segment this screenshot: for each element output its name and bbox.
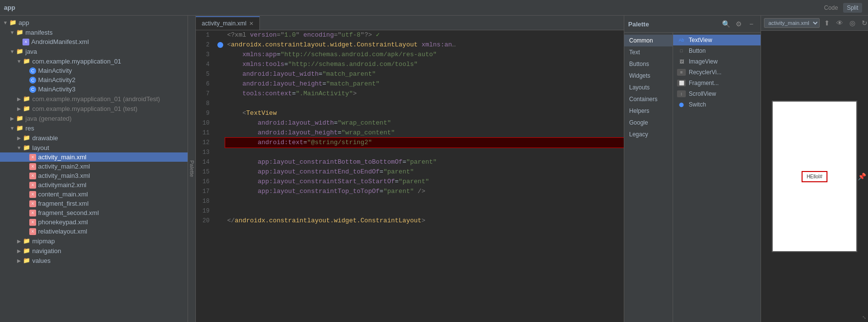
- line-gutter: [215, 60, 225, 69]
- palette-item-textview[interactable]: AbTextView: [673, 35, 761, 45]
- tree-label: MainActivity2: [38, 76, 76, 84]
- code-editor[interactable]: 1<?xml version="1.0" encoding="utf-8"?>✓…: [196, 30, 624, 322]
- tree-arrow: ▶: [16, 96, 22, 102]
- line-content[interactable]: app:layout_constraintEnd_toEndOf="parent…: [225, 167, 624, 177]
- tree-item-mipmap[interactable]: ▶📁mipmap: [0, 236, 188, 246]
- line-number: 10: [196, 118, 215, 128]
- palette-header: Palette 🔍 ⚙ −: [624, 16, 761, 33]
- tree-item-activitymain2.xml[interactable]: Xactivitymain2.xml: [0, 180, 188, 190]
- tree-item-values[interactable]: ▶📁values: [0, 256, 188, 265]
- palette-item-switch[interactable]: ⬤Switch: [673, 99, 761, 110]
- tree-item-drawable[interactable]: ▶📁drawable: [0, 133, 188, 143]
- line-content[interactable]: [225, 196, 624, 206]
- close-icon[interactable]: ✕: [249, 21, 254, 27]
- palette-item-icon-textview: Ab: [677, 37, 686, 43]
- tree-icon: X: [29, 200, 36, 207]
- line-content[interactable]: app:layout_constraintStart_toStartOf="pa…: [225, 177, 624, 187]
- line-content[interactable]: app:layout_constraintTop_toTopOf="parent…: [225, 187, 624, 196]
- line-content[interactable]: <androidx.constraintlayout.widget.Constr…: [225, 40, 624, 50]
- tree-item-content_main.xml[interactable]: Xcontent_main.xml: [0, 190, 188, 199]
- palette-cat-buttons[interactable]: Buttons: [624, 58, 673, 70]
- line-content[interactable]: tools:context=".MainActivity">: [225, 89, 624, 99]
- line-number: 7: [196, 89, 215, 99]
- pin-icon[interactable]: 📌: [858, 172, 866, 180]
- line-content[interactable]: [225, 206, 624, 216]
- design-eye2-icon[interactable]: ◎: [847, 18, 858, 28]
- tree-arrow: ▼: [9, 49, 16, 54]
- tree-item-relativelayout.xml[interactable]: Xrelativelayout.xml: [0, 227, 188, 236]
- code-line-16: 16 app:layout_constraintStart_toStartOf=…: [196, 177, 624, 187]
- top-toolbar: app Code Split: [0, 0, 868, 16]
- line-content[interactable]: android:text="@string/string2": [225, 138, 624, 148]
- tree-item-com.example.androidTest[interactable]: ▶📁com.example.myapplication_01 (androidT…: [0, 94, 188, 104]
- palette-cat-text[interactable]: Text: [624, 46, 673, 58]
- line-content[interactable]: android:layout_height="wrap_content": [225, 128, 624, 138]
- design-upload-icon[interactable]: ⬆: [822, 18, 832, 28]
- line-number: 17: [196, 187, 215, 196]
- line-content[interactable]: app:layout_constraintBottom_toBottomOf="…: [225, 157, 624, 167]
- palette-vertical-tab[interactable]: Palette: [188, 16, 196, 322]
- line-content[interactable]: <TextView: [225, 108, 624, 118]
- line-content[interactable]: android:layout_height="match_parent": [225, 79, 624, 89]
- layout-dropdown[interactable]: activity_main.xml: [764, 18, 820, 28]
- tree-item-activity_main3.xml[interactable]: Xactivity_main3.xml: [0, 171, 188, 180]
- editor-area: activity_main.xml ✕ 1<?xml version="1.0"…: [196, 16, 624, 322]
- line-content[interactable]: xmlns:app="http://schemas.android.com/ap…: [225, 50, 624, 60]
- line-gutter: [215, 138, 225, 148]
- line-content[interactable]: [225, 148, 624, 157]
- tree-item-com.example.test[interactable]: ▶📁com.example.myapplication_01 (test): [0, 104, 188, 113]
- line-content[interactable]: [225, 99, 624, 108]
- tree-item-java.generated[interactable]: ▶📁java (generated): [0, 113, 188, 123]
- tree-item-navigation[interactable]: ▶📁navigation: [0, 246, 188, 256]
- tab-code[interactable]: Code: [820, 3, 842, 13]
- tree-item-com.example[interactable]: ▼📁com.example.myapplication_01: [0, 56, 188, 66]
- editor-tab-activity-main[interactable]: activity_main.xml ✕: [196, 16, 260, 30]
- code-line-19: 19: [196, 206, 624, 216]
- tree-item-activity_main.xml[interactable]: Xactivity_main.xml: [0, 152, 188, 162]
- line-content[interactable]: xmlns:tools="http://schemas.android.com/…: [225, 60, 624, 69]
- palette-cat-layouts[interactable]: Layouts: [624, 82, 673, 93]
- line-content[interactable]: android:layout_width="match_parent": [225, 69, 624, 79]
- line-content[interactable]: <?xml version="1.0" encoding="utf-8"?>✓: [225, 30, 624, 40]
- palette-cat-containers[interactable]: Containers: [624, 93, 673, 105]
- tree-item-mainactivity3[interactable]: CMainActivity3: [0, 85, 188, 94]
- design-eye-icon[interactable]: 👁: [834, 18, 845, 28]
- resize-icon[interactable]: ⤡: [862, 315, 866, 320]
- tree-item-app[interactable]: ▼📁app: [0, 18, 188, 27]
- palette-item-scrollview[interactable]: ↕ScrollView: [673, 88, 761, 99]
- palette-item-button[interactable]: □Button: [673, 45, 761, 56]
- tree-item-androidmanifest[interactable]: XAndroidManifest.xml: [0, 37, 188, 46]
- tree-item-fragment_first.xml[interactable]: Xfragment_first.xml: [0, 199, 188, 208]
- tree-item-java[interactable]: ▼📁java: [0, 46, 188, 56]
- palette-search-button[interactable]: 🔍: [720, 19, 731, 29]
- line-content[interactable]: android:layout_width="wrap_content": [225, 118, 624, 128]
- palette-title: Palette: [628, 21, 719, 28]
- tree-icon: 📁: [22, 144, 30, 151]
- tab-split[interactable]: Split: [843, 3, 862, 13]
- line-number: 18: [196, 196, 215, 206]
- palette-cat-legacy[interactable]: Legacy: [624, 129, 673, 140]
- tree-item-res[interactable]: ▼📁res: [0, 123, 188, 133]
- palette-item-recyclerview[interactable]: ≡RecyclerVi...: [673, 67, 761, 78]
- palette-cat-common[interactable]: Common: [624, 35, 673, 46]
- tree-item-activity_main2.xml[interactable]: Xactivity_main2.xml: [0, 162, 188, 171]
- line-content[interactable]: </androidx.constraintlayout.widget.Const…: [225, 216, 624, 226]
- design-refresh-icon[interactable]: ↻: [862, 18, 868, 28]
- tree-item-mainactivity[interactable]: CMainActivity: [0, 66, 188, 75]
- tree-item-mainactivity2[interactable]: CMainActivity2: [0, 75, 188, 85]
- tree-item-layout[interactable]: ▼📁layout: [0, 143, 188, 152]
- tree-item-phonekeypad.xml[interactable]: Xphonekeypad.xml: [0, 217, 188, 227]
- palette-item-fragment[interactable]: ⬜Fragment...: [673, 78, 761, 88]
- palette-close-button[interactable]: −: [746, 19, 757, 29]
- palette-item-imageview[interactable]: 🖼ImageView: [673, 56, 761, 67]
- palette-cat-google[interactable]: Google: [624, 117, 673, 129]
- line-number: 12: [196, 138, 215, 148]
- tree-item-fragment_second.xml[interactable]: Xfragment_second.xml: [0, 208, 188, 217]
- palette-cat-helpers[interactable]: Helpers: [624, 105, 673, 117]
- code-line-14: 14 app:layout_constraintBottom_toBottomO…: [196, 157, 624, 167]
- tree-item-manifests[interactable]: ▼📁manifests: [0, 27, 188, 37]
- palette-cat-widgets[interactable]: Widgets: [624, 70, 673, 82]
- palette-settings-button[interactable]: ⚙: [733, 19, 744, 29]
- line-gutter: [215, 187, 225, 196]
- line-gutter: [215, 148, 225, 157]
